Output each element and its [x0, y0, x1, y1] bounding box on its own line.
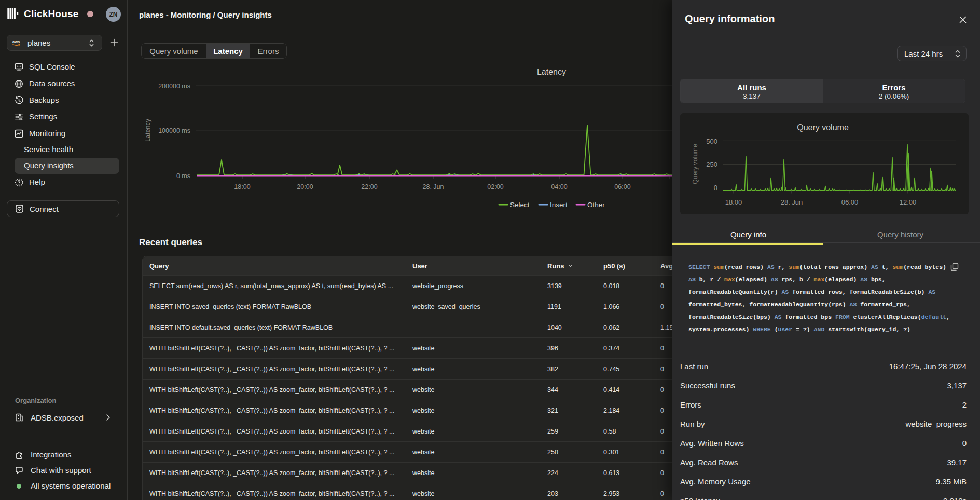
- svg-text:06:00: 06:00: [841, 198, 859, 206]
- svg-text:04:00: 04:00: [551, 183, 567, 191]
- svg-text:Insert: Insert: [550, 201, 568, 209]
- svg-text:Query volume: Query volume: [692, 144, 699, 184]
- svg-text:Select: Select: [510, 201, 530, 209]
- svg-text:12:00: 12:00: [900, 198, 917, 206]
- svg-text:200000 ms: 200000 ms: [158, 83, 190, 90]
- svg-text:500: 500: [706, 138, 717, 145]
- svg-text:100000 ms: 100000 ms: [158, 127, 190, 134]
- svg-text:Latency: Latency: [145, 118, 151, 142]
- svg-text:0: 0: [714, 184, 717, 192]
- svg-text:02:00: 02:00: [487, 183, 503, 191]
- svg-text:18:00: 18:00: [725, 198, 742, 206]
- svg-text:28. Jun: 28. Jun: [781, 198, 803, 206]
- svg-text:Latency: Latency: [537, 67, 566, 76]
- svg-text:aws: aws: [12, 39, 20, 44]
- svg-text:Other: Other: [587, 201, 605, 209]
- svg-text:22:00: 22:00: [361, 183, 377, 191]
- svg-text:20:00: 20:00: [297, 183, 313, 191]
- svg-text:28. Jun: 28. Jun: [422, 183, 444, 191]
- svg-text:Query volume: Query volume: [797, 123, 849, 132]
- svg-text:250: 250: [706, 160, 717, 168]
- svg-text:18:00: 18:00: [234, 183, 250, 191]
- svg-text:0 ms: 0 ms: [176, 172, 190, 180]
- svg-text:06:00: 06:00: [614, 183, 630, 191]
